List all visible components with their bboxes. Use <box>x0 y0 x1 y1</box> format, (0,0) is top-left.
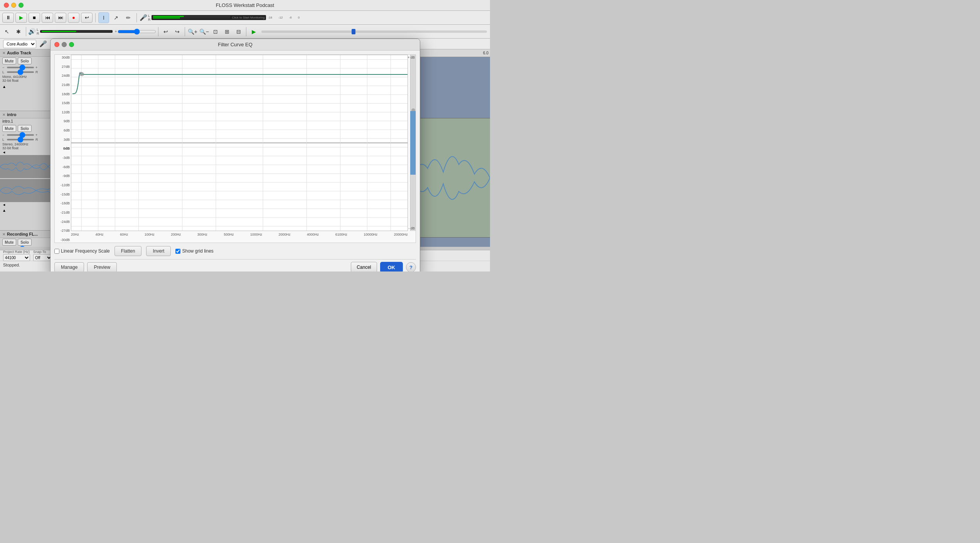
invert-button[interactable]: Invert <box>146 246 171 256</box>
sep4 <box>158 27 158 36</box>
track-3-close[interactable]: ✕ <box>2 232 5 236</box>
track-2-solo[interactable]: Solo <box>18 125 32 132</box>
multi-tool-button[interactable]: ↗ <box>111 12 121 23</box>
next-button[interactable]: ⏭ <box>55 13 66 23</box>
preview-button[interactable]: Preview <box>87 262 117 272</box>
app-title: FLOSS Werkstatt Podcast <box>216 2 274 8</box>
dialog-win-controls[interactable] <box>54 42 74 47</box>
project-rate-select[interactable]: 44100 <box>3 254 30 261</box>
play-green-button[interactable]: ▶ <box>248 26 259 37</box>
minimize-button[interactable] <box>11 3 16 8</box>
track-1-close[interactable]: ✕ <box>2 51 5 55</box>
input-level-bars: Click to Start Monitoring <box>152 15 266 20</box>
ruler-right: 6.0 <box>483 51 488 55</box>
track-2-arrow2[interactable]: ◄ <box>2 203 6 207</box>
eq-actions: Manage Preview Cancel OK ? <box>54 259 416 272</box>
track-3-mute[interactable]: Mute <box>2 239 16 246</box>
pause-button[interactable]: ⏸ <box>2 13 14 23</box>
track-1-pan-slider[interactable] <box>7 71 34 73</box>
separator2 <box>136 13 137 22</box>
track-2-arrow1[interactable]: ◄ <box>2 150 6 154</box>
draw-tool-button[interactable]: ✏ <box>123 12 134 23</box>
track-1-pan-r: R <box>35 70 39 74</box>
linear-freq-label: Linear Frequency Scale <box>61 248 110 254</box>
eq-y-neg3db: -3dB <box>55 156 71 160</box>
eq-y-30db: 30dB <box>55 56 71 59</box>
flatten-button[interactable]: Flatten <box>115 246 142 256</box>
show-grid-checkbox[interactable] <box>175 249 180 254</box>
show-grid-checkbox-label[interactable]: Show grid lines <box>175 248 213 254</box>
eq-y-neg9db: -9dB <box>55 174 71 178</box>
window-controls[interactable] <box>4 3 24 8</box>
dialog-minimize-button[interactable] <box>62 42 67 47</box>
ok-button[interactable]: OK <box>380 262 403 272</box>
eq-y-neg18db: -18dB <box>55 201 71 205</box>
eq-minus-db-label: - dB <box>408 226 415 230</box>
cancel-button[interactable]: Cancel <box>351 262 377 272</box>
zoom-in-button[interactable]: 🔍+ <box>187 26 198 37</box>
sep6 <box>246 27 246 36</box>
play-button[interactable]: ▶ <box>15 13 27 23</box>
maximize-button[interactable] <box>19 3 24 8</box>
zoom-custom-button[interactable]: ⊟ <box>233 26 244 37</box>
stop-button[interactable]: ■ <box>29 13 40 23</box>
track-2-volume-slider[interactable] <box>7 134 34 136</box>
prev-button[interactable]: ⏮ <box>42 13 53 23</box>
eq-x-20000hz: 20000Hz <box>394 233 408 236</box>
eq-scrollbar-range <box>410 111 416 175</box>
eq-y-12db: 12dB <box>55 110 71 114</box>
eq-controls-row: Linear Frequency Scale Flatten Invert Sh… <box>54 243 416 259</box>
eq-y-labels: 30dB 27dB 24dB 21dB 18dB 15dB 12dB 9dB 6… <box>55 55 71 243</box>
redo-button[interactable]: ↪ <box>172 26 183 37</box>
linear-freq-checkbox-label[interactable]: Linear Frequency Scale <box>54 248 110 254</box>
record-button[interactable]: ● <box>68 13 79 23</box>
mic-lr-label: LR <box>148 14 151 22</box>
dialog-close-button[interactable] <box>54 42 59 47</box>
dialog-maximize-button[interactable] <box>69 42 74 47</box>
mic-input-group: 🎤 LR Click to Start Monitoring -18-12-60 <box>140 14 300 22</box>
eq-y-neg27db: -27dB <box>55 229 71 233</box>
eq-plot-area[interactable] <box>71 55 408 231</box>
eq-y-neg6db: -6dB <box>55 165 71 169</box>
close-button[interactable] <box>4 3 9 8</box>
track-3-solo[interactable]: Solo <box>18 239 32 246</box>
snap-to-group: Snap-To Off <box>33 250 52 261</box>
track-2-close[interactable]: ✕ <box>2 113 5 117</box>
select-tool-button[interactable]: I <box>98 12 109 23</box>
help-button[interactable]: ? <box>406 262 416 272</box>
manage-button[interactable]: Manage <box>54 262 84 272</box>
eq-x-4000hz: 4000Hz <box>307 233 319 236</box>
loop-button[interactable]: ↩ <box>81 13 93 23</box>
playback-slider-thumb[interactable] <box>352 29 355 34</box>
track-2-pan-slider[interactable] <box>7 139 34 140</box>
eq-x-500hz: 500Hz <box>224 233 234 236</box>
zoom-sel-button[interactable]: ⊞ <box>222 26 232 37</box>
track-1-mute[interactable]: Mute <box>2 57 16 64</box>
svg-rect-2 <box>412 118 490 237</box>
undo-button[interactable]: ↩ <box>160 26 171 37</box>
track-2-expand-arrow[interactable]: ▲ <box>2 208 6 212</box>
audio-out-select[interactable]: Core Audio <box>3 40 36 48</box>
separator <box>95 13 96 22</box>
zoom-fit-button[interactable]: ⊡ <box>210 26 221 37</box>
snap-to-select[interactable]: Off <box>33 254 52 261</box>
eq-x-20hz: 20Hz <box>71 233 79 236</box>
output-slider[interactable] <box>118 29 156 34</box>
track-1-vol-plus: + <box>35 66 39 69</box>
playback-slider-track <box>261 30 487 33</box>
track-2-mute[interactable]: Mute <box>2 125 16 132</box>
linear-freq-checkbox[interactable] <box>54 249 59 254</box>
track-1-expand-arrow[interactable]: ▲ <box>2 84 6 89</box>
zoom-out-button[interactable]: 🔍− <box>199 26 209 37</box>
eq-y-neg24db: -24dB <box>55 220 71 224</box>
filter-curve-eq-dialog: Filter Curve EQ 30dB 27dB 24dB 21dB 18dB… <box>50 39 420 272</box>
zoom-select-button[interactable]: ↖ <box>2 26 12 37</box>
second-toolbar: ↖ ✱ 🔊 LR + ↩ ↪ 🔍+ 🔍− ⊡ ⊞ ⊟ ▶ <box>0 25 490 39</box>
multi2-button[interactable]: ✱ <box>13 26 24 37</box>
eq-y-9db: 9dB <box>55 119 71 123</box>
track-1-solo[interactable]: Solo <box>18 57 32 64</box>
track-2-vol-plus: + <box>35 133 39 137</box>
track-1-volume-slider[interactable] <box>7 67 34 68</box>
db-markers: -18-12-60 <box>268 16 300 19</box>
eq-x-300hz: 300Hz <box>197 233 207 236</box>
